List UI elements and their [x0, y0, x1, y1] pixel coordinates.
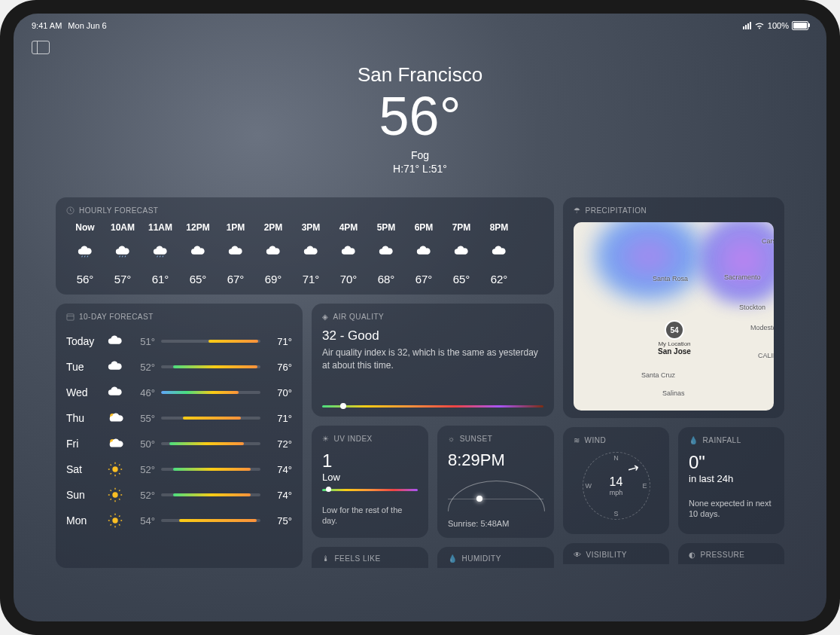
hourly-item: 4PM70° [330, 222, 367, 285]
feelslike-title: FEELS LIKE [335, 554, 381, 563]
hour-time: 5PM [377, 222, 396, 233]
day-row[interactable]: Mon54°75° [66, 508, 292, 533]
hour-temp: 69° [265, 273, 282, 285]
weather-icon [107, 384, 123, 401]
wind-compass: NSEW ↗ 14 mph [583, 452, 650, 520]
hour-temp: 70° [340, 273, 358, 285]
weather-icon [107, 359, 123, 375]
weather-icon [152, 243, 169, 262]
day-name: Fri [66, 438, 101, 450]
sunset-card[interactable]: ☼ SUNSET 8:29PM Sunrise: 5:48AM [437, 426, 554, 538]
weather-icon [107, 333, 123, 350]
hourly-forecast-card[interactable]: HOURLY FORECAST Now56°10AM57°11AM61°12PM… [56, 197, 554, 295]
calendar-icon [66, 313, 75, 321]
pressure-card[interactable]: ◐PRESSURE [678, 543, 784, 564]
hourly-item: Now56° [66, 222, 104, 285]
day-lo: 55° [129, 413, 155, 424]
uv-desc: Low for the rest of the day. [322, 505, 418, 527]
sun-icon: ☀ [322, 435, 330, 443]
hour-temp: 67° [415, 273, 433, 285]
hourly-title: HOURLY FORECAST [79, 206, 158, 215]
sidebar-toggle-icon[interactable] [32, 41, 50, 54]
day-lo: 52° [129, 490, 155, 501]
battery-icon [792, 21, 808, 30]
wind-title: WIND [585, 436, 607, 444]
weather-icon [190, 243, 206, 262]
wind-arrow-icon: ↗ [624, 459, 642, 479]
humidity-card[interactable]: 💧HUMIDITY [437, 547, 554, 568]
day-name: Thu [66, 412, 101, 424]
precipitation-map[interactable]: 54 My Location San Jose CarsonSanta Rosa… [574, 222, 774, 411]
hourly-item: 8PM62° [480, 222, 518, 285]
current-condition: Fog [14, 149, 826, 161]
day-hi: 76° [266, 362, 292, 373]
hour-time: 7PM [452, 222, 471, 233]
svg-point-5 [112, 493, 117, 498]
weather-icon [453, 243, 470, 262]
day-row[interactable]: Fri50°72° [66, 431, 292, 456]
temp-range-bar [161, 391, 260, 394]
uv-index-card[interactable]: ☀ UV INDEX 1 Low Low for the rest of the… [312, 426, 428, 538]
weather-icon [340, 243, 357, 262]
current-temp: 56° [14, 87, 826, 146]
map-city-label: CALIFO [758, 352, 774, 359]
hourly-item: 1PM67° [217, 222, 254, 285]
day-name: Sat [66, 463, 101, 475]
location-name: San Francisco [14, 63, 826, 87]
rainfall-card[interactable]: 💧 RAINFALL 0" in last 24h None expected … [678, 427, 784, 534]
weather-icon [415, 243, 432, 262]
hour-time: 12PM [186, 222, 209, 233]
day-row[interactable]: Today51°71° [66, 328, 292, 354]
ipad-frame: 9:41 AM Mon Jun 6 100% San Francisco 56°… [0, 0, 840, 635]
map-city-label: Salinas [662, 389, 685, 397]
svg-point-6 [112, 518, 117, 524]
day-row[interactable]: Sun52°74° [66, 482, 292, 508]
day-row[interactable]: Thu55°71° [66, 405, 292, 431]
air-quality-card[interactable]: ◈ AIR QUALITY 32 - Good Air quality inde… [312, 304, 554, 417]
hour-time: 11AM [148, 222, 172, 233]
svg-point-4 [112, 467, 117, 472]
hourly-item: 11AM61° [142, 222, 179, 285]
eye-icon: 👁 [574, 551, 582, 559]
tenday-title: 10-DAY FORECAST [79, 313, 154, 321]
day-lo: 46° [129, 387, 155, 398]
hour-time: 2PM [264, 222, 283, 233]
hi-lo: H:71° L:51° [14, 163, 826, 175]
hourly-item: 3PM71° [292, 222, 330, 285]
weather-icon [378, 243, 394, 262]
aqi-icon: ◈ [322, 313, 329, 321]
rainfall-desc: None expected in next 10 days. [689, 498, 774, 520]
day-row[interactable]: Sat52°74° [66, 456, 292, 482]
temp-range-bar [161, 519, 260, 522]
visibility-card[interactable]: 👁VISIBILITY [563, 543, 669, 564]
day-lo: 54° [129, 515, 155, 527]
map-location-city: San Jose [658, 347, 691, 356]
wind-card[interactable]: ≋ WIND NSEW ↗ 14 mph [563, 427, 669, 534]
temp-range-bar [161, 468, 260, 471]
feels-like-card[interactable]: 🌡FEELS LIKE [312, 547, 428, 568]
sun-path-diagram [448, 475, 543, 505]
weather-icon [303, 243, 319, 262]
uv-scale-bar [322, 489, 418, 491]
weather-icon [114, 243, 131, 262]
day-row[interactable]: Wed46°70° [66, 380, 292, 405]
day-name: Tue [66, 361, 101, 373]
screen: 9:41 AM Mon Jun 6 100% San Francisco 56°… [14, 14, 826, 621]
ten-day-forecast-card[interactable]: 10-DAY FORECAST Today51°71°Tue52°76°Wed4… [56, 304, 303, 568]
weather-icon [265, 243, 282, 262]
map-aqi-badge: 54 [665, 320, 684, 340]
humidity-icon: 💧 [448, 554, 458, 563]
temp-range-bar [161, 365, 260, 368]
hour-temp: 62° [491, 273, 508, 285]
weather-icon [77, 243, 93, 262]
map-city-label: Santa Cruz [641, 371, 675, 379]
signal-icon [743, 22, 751, 29]
wind-speed: 14 [610, 475, 623, 489]
hourly-item: 2PM69° [254, 222, 292, 285]
precipitation-card[interactable]: ☂ PRECIPITATION 54 My Location San Jose … [563, 197, 784, 418]
visibility-title: VISIBILITY [586, 551, 627, 559]
sunset-icon: ☼ [448, 435, 455, 443]
hour-temp: 61° [152, 273, 169, 285]
day-row[interactable]: Tue52°76° [66, 354, 292, 380]
status-date: Mon Jun 6 [68, 21, 106, 30]
